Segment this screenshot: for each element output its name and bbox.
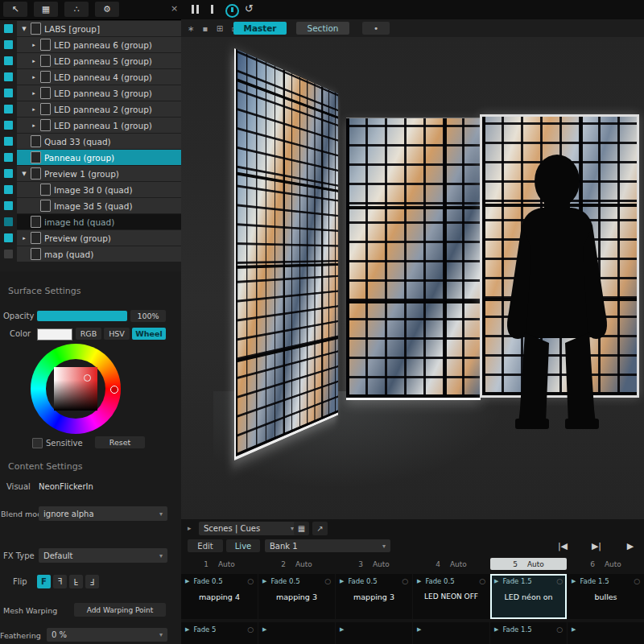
loop-circle-icon[interactable]: ○ bbox=[556, 577, 563, 585]
play-icon[interactable]: ▶ bbox=[340, 578, 344, 584]
cue-cell-row2[interactable]: ▶○ bbox=[413, 622, 489, 644]
column-header-3[interactable]: 3Auto bbox=[336, 558, 412, 570]
export-icon[interactable]: ↗ bbox=[312, 522, 328, 535]
cue-cell-row2[interactable]: ▶○ bbox=[568, 622, 644, 644]
settings-tool-button[interactable]: ⚙ bbox=[95, 2, 119, 17]
panel-collapse-icon[interactable]: ▸ bbox=[188, 524, 192, 532]
cue-cell[interactable]: ▶Fade 0.5○mapping 3 bbox=[336, 574, 412, 619]
layer-row-quad33[interactable]: Quad 33 (quad) bbox=[0, 134, 181, 149]
led-wall-left[interactable] bbox=[234, 48, 338, 460]
play-icon[interactable]: ▶ bbox=[572, 578, 576, 584]
list-view-icon[interactable]: ▦ bbox=[294, 522, 309, 535]
twisty-icon[interactable]: ▸ bbox=[31, 90, 37, 97]
loop-circle-icon[interactable]: ○ bbox=[247, 577, 254, 585]
column-header-5-selected[interactable]: 5Auto bbox=[490, 558, 567, 570]
cue-cell[interactable]: ▶Fade 0.5○mapping 4 bbox=[181, 574, 258, 619]
scenes-cues-dropdown[interactable]: Scenes | Cues▾ bbox=[199, 522, 299, 535]
column-header-6[interactable]: 6Auto bbox=[568, 558, 644, 570]
loop-circle-icon[interactable]: ○ bbox=[479, 577, 485, 585]
loop-circle-icon[interactable]: ○ bbox=[556, 625, 563, 634]
layer-row-image3d0[interactable]: Image 3d 0 (quad) bbox=[0, 182, 181, 197]
reset-button[interactable]: Reset bbox=[95, 436, 145, 448]
twisty-icon[interactable]: ▸ bbox=[21, 235, 27, 242]
layer-row-led6[interactable]: ▸LED panneau 6 (group) bbox=[0, 37, 181, 52]
layer-row-map[interactable]: map (quad) bbox=[0, 246, 181, 262]
add-warping-point-button[interactable]: Add Warping Point bbox=[74, 603, 166, 617]
play-icon[interactable]: ▶ bbox=[185, 626, 189, 633]
layer-row-led3[interactable]: ▸LED panneau 3 (group) bbox=[0, 85, 181, 101]
visibility-checkbox[interactable] bbox=[4, 121, 13, 130]
loop-circle-icon[interactable]: ○ bbox=[324, 577, 331, 585]
play-icon[interactable]: ▶ bbox=[185, 578, 189, 584]
opacity-value[interactable]: 100% bbox=[130, 310, 166, 322]
play-icon[interactable]: ▶ bbox=[417, 578, 421, 584]
cue-cell-row2[interactable]: ▶Fade 1.5○ bbox=[490, 622, 567, 644]
flip-none-button[interactable]: F bbox=[37, 575, 51, 588]
layer-row-image3d5[interactable]: Image 3d 5 (quad) bbox=[0, 198, 181, 213]
layer-row-led5[interactable]: ▸LED panneau 5 (group) bbox=[0, 53, 181, 68]
opacity-slider[interactable] bbox=[37, 311, 127, 321]
cursor-tool-button[interactable]: ↖ bbox=[3, 2, 27, 17]
visibility-checkbox[interactable] bbox=[4, 250, 13, 258]
cue-cell[interactable]: ▶Fade 1.5○bulles bbox=[568, 574, 644, 619]
blend-mode-dropdown[interactable]: ignore alpha▾ bbox=[39, 506, 167, 521]
flip-vertical-button[interactable]: F bbox=[69, 575, 83, 588]
cue-cell-row2[interactable]: ▶○ bbox=[258, 622, 335, 644]
rgb-button[interactable]: RGB bbox=[76, 328, 101, 340]
visibility-checkbox[interactable] bbox=[4, 137, 13, 146]
layer-row-led1[interactable]: ▸LED panneau 1 (group) bbox=[0, 118, 181, 133]
next-cue-button[interactable]: ▶| bbox=[586, 539, 607, 552]
column-header-1[interactable]: 1Auto bbox=[181, 558, 258, 570]
visibility-checkbox[interactable] bbox=[4, 56, 13, 65]
layer-row-labs[interactable]: ▼LABS [group] bbox=[0, 21, 181, 36]
play-icon[interactable]: ▶ bbox=[262, 578, 266, 584]
tab-section[interactable]: Section bbox=[296, 22, 349, 35]
layer-row-imagehd[interactable]: image hd (quad) bbox=[0, 214, 181, 229]
tab-master[interactable]: Master bbox=[233, 22, 287, 35]
saturation-square[interactable] bbox=[54, 367, 97, 411]
snap-icon[interactable]: ▪ bbox=[199, 22, 212, 35]
visibility-checkbox[interactable] bbox=[4, 105, 13, 114]
loop-icon[interactable]: ↺ bbox=[245, 2, 254, 14]
sensitive-checkbox[interactable] bbox=[32, 438, 43, 448]
layer-row-led4[interactable]: ▸LED panneau 4 (group) bbox=[0, 69, 181, 85]
layer-row-panneau-selected[interactable]: Panneau (group) bbox=[0, 150, 181, 165]
play-icon[interactable]: ▶ bbox=[262, 626, 266, 633]
visibility-checkbox[interactable] bbox=[4, 89, 13, 97]
loop-circle-icon[interactable]: ○ bbox=[634, 577, 640, 585]
layer-row-preview1[interactable]: ▼Preview 1 (group) bbox=[0, 166, 181, 181]
cue-cell-row2[interactable]: ▶Fade 5○ bbox=[181, 622, 258, 644]
group-tool-button[interactable]: ∴ bbox=[64, 2, 89, 17]
loop-circle-icon[interactable]: ○ bbox=[247, 625, 254, 634]
led-wall-middle[interactable] bbox=[346, 118, 481, 400]
pin-icon[interactable]: ∗ bbox=[184, 22, 197, 35]
flip-horizontal-button[interactable]: F bbox=[53, 575, 67, 588]
twisty-icon[interactable]: ▸ bbox=[31, 42, 37, 48]
twisty-icon[interactable]: ▸ bbox=[31, 122, 37, 129]
play-icon[interactable]: ▶ bbox=[494, 626, 498, 633]
layer-row-preview[interactable]: ▸Preview (group) bbox=[0, 230, 181, 246]
visibility-checkbox[interactable] bbox=[4, 72, 13, 81]
cue-cell-active[interactable]: ▶Fade 1.5○LED néon on bbox=[490, 574, 567, 619]
cue-cell[interactable]: ▶Fade 0.5○mapping 3 bbox=[258, 574, 335, 619]
visibility-checkbox[interactable] bbox=[4, 185, 13, 194]
visibility-checkbox[interactable] bbox=[4, 233, 13, 242]
fx-type-dropdown[interactable]: Default▾ bbox=[39, 548, 167, 563]
output-tool-button[interactable]: ▦ bbox=[34, 2, 58, 17]
wheel-button[interactable]: Wheel bbox=[132, 328, 166, 340]
bank-dropdown[interactable]: Bank 1▾ bbox=[265, 539, 390, 552]
twisty-icon[interactable]: ▼ bbox=[21, 26, 27, 32]
twisty-icon[interactable]: ▼ bbox=[21, 171, 27, 177]
visibility-checkbox[interactable] bbox=[4, 217, 13, 226]
visual-value[interactable]: NeonFlickerIn bbox=[39, 482, 93, 491]
visibility-checkbox[interactable] bbox=[4, 169, 13, 178]
loop-circle-icon[interactable]: ○ bbox=[402, 577, 408, 585]
twisty-icon[interactable]: ▸ bbox=[31, 106, 37, 113]
visibility-checkbox[interactable] bbox=[4, 201, 13, 210]
play-button[interactable]: ▶ bbox=[620, 539, 641, 552]
cue-cell[interactable]: ▶Fade 0.5○LED NEON OFF bbox=[413, 574, 489, 619]
column-header-2[interactable]: 2Auto bbox=[258, 558, 335, 570]
grid-icon[interactable]: ⊞ bbox=[213, 22, 226, 35]
step-icon[interactable] bbox=[211, 5, 213, 14]
edit-button[interactable]: Edit bbox=[188, 539, 223, 552]
